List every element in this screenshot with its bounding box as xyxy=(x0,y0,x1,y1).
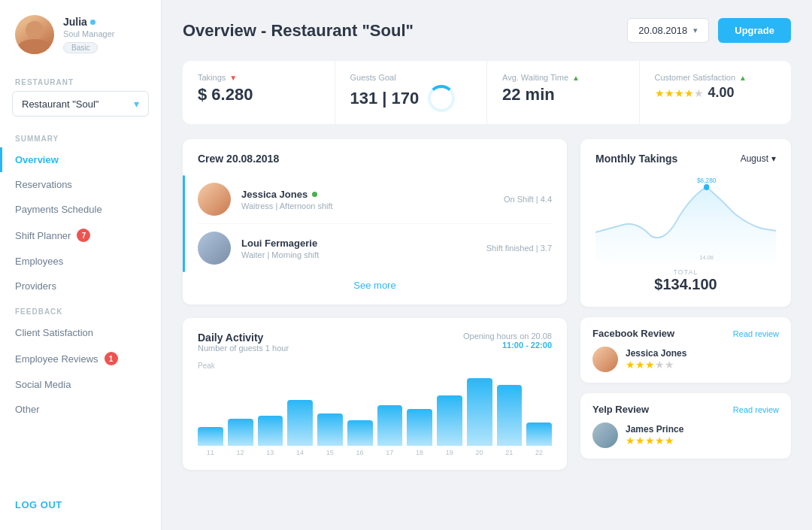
chart-bar-label: 18 xyxy=(416,449,423,456)
guests-progress-circle xyxy=(428,85,455,112)
header-actions: 20.08.2018 ▾ Upgrade xyxy=(627,18,791,43)
chart-bar xyxy=(287,400,313,446)
yelp-review-header: Yelp Review Read review xyxy=(592,404,779,415)
chart-bar-label: 20 xyxy=(476,449,483,456)
nav-label-employee-reviews: Employee Reviews xyxy=(15,353,98,365)
svg-point-0 xyxy=(704,184,709,190)
nav-label-client-satisfaction: Client Satisfaction xyxy=(15,327,93,338)
activity-hours-value: 11:00 - 22:00 xyxy=(463,341,552,350)
satisfaction-trend-icon: ▲ xyxy=(739,74,747,82)
crew-info-jessica: Jessica Jones Waitress | Afternoon shift xyxy=(241,189,493,210)
chart-bar-group: 18 xyxy=(407,409,432,457)
sidebar-item-client-satisfaction[interactable]: Client Satisfaction xyxy=(0,320,161,345)
wait-trend-icon: ▲ xyxy=(572,74,580,82)
left-column: Crew 20.08.2018 Jessica Jones Waitress xyxy=(183,139,567,470)
chart-bar-group: 13 xyxy=(258,416,283,457)
stat-takings: Takings ▼ $ 6.280 xyxy=(183,61,335,124)
sidebar-item-overview[interactable]: Overview xyxy=(0,147,161,172)
nav-label-overview: Overview xyxy=(15,154,59,165)
activity-title: Daily Activity xyxy=(198,332,289,344)
stars-row: ★★★★★ 4.00 xyxy=(655,85,777,101)
monthly-chart: $6,280 14.08 xyxy=(595,172,776,262)
crew-avatar-jessica xyxy=(198,183,231,216)
activity-title-group: Daily Activity Number of guests 1 hour xyxy=(198,332,289,353)
restaurant-selected-label: Restaurant "Soul" xyxy=(22,98,98,110)
chart-bar-label: 13 xyxy=(266,449,274,456)
chart-bar-group: 14 xyxy=(287,400,313,456)
upgrade-button[interactable]: Upgrade xyxy=(718,18,791,43)
chart-bar xyxy=(377,405,403,446)
chart-bar-group: 12 xyxy=(228,419,253,456)
chart-bar-label: 14 xyxy=(296,449,304,456)
profile-role: Soul Manager xyxy=(63,29,115,38)
stars-display: ★★★★★ xyxy=(655,87,704,99)
crew-list: Jessica Jones Waitress | Afternoon shift… xyxy=(198,175,552,272)
summary-section-label: SUMMARY xyxy=(0,126,161,147)
page-title: Overview - Restaurant "Soul" xyxy=(183,21,414,41)
yelp-read-review-button[interactable]: Read review xyxy=(733,405,779,414)
svg-text:$6,280: $6,280 xyxy=(697,177,717,184)
nav-label-reservations: Reservations xyxy=(15,179,72,190)
stat-takings-value: $ 6.280 xyxy=(198,85,320,104)
sidebar-item-payments[interactable]: Payments Schedule xyxy=(0,197,161,222)
monthly-total-label: TOTAL xyxy=(595,268,776,276)
chart-bar xyxy=(407,409,432,447)
daily-activity-card: Daily Activity Number of guests 1 hour O… xyxy=(183,318,567,470)
chart-bar-group: 21 xyxy=(497,385,523,456)
chart-bar xyxy=(526,422,552,447)
crew-card: Crew 20.08.2018 Jessica Jones Waitress xyxy=(183,139,567,304)
chart-bar-group: 17 xyxy=(377,405,403,456)
restaurant-section-label: RESTAURANT xyxy=(0,69,161,91)
facebook-read-review-button[interactable]: Read review xyxy=(733,329,779,338)
stat-guests: Guests Goal 131 | 170 xyxy=(335,61,488,124)
yelp-review-title: Yelp Review xyxy=(592,404,649,415)
facebook-review-header: Facebook Review Read review xyxy=(592,328,779,339)
month-select[interactable]: August ▾ xyxy=(741,153,776,164)
yelp-review-card: Yelp Review Read review James Prince ★★★… xyxy=(580,393,791,459)
crew-member-jessica: Jessica Jones Waitress | Afternoon shift… xyxy=(198,175,552,224)
profile-info: Julia Soul Manager Basic xyxy=(63,16,115,53)
crew-online-jessica xyxy=(312,192,317,197)
crew-member-loui: Loui Fermagerie Waiter | Morning shift S… xyxy=(198,224,552,272)
activity-hours-group: Opening hours on 20.08 11:00 - 22:00 xyxy=(463,332,552,350)
employee-reviews-badge: 1 xyxy=(105,352,118,365)
sidebar-item-providers[interactable]: Providers xyxy=(0,274,161,298)
dropdown-arrow-icon: ▾ xyxy=(134,98,139,110)
content-grid: Crew 20.08.2018 Jessica Jones Waitress xyxy=(183,139,791,470)
chart-bar xyxy=(228,419,253,446)
nav-label-providers: Providers xyxy=(15,280,56,292)
chart-bar-group: 19 xyxy=(437,395,462,457)
chart-bar-label: 16 xyxy=(356,449,364,456)
chart-bar-label: 19 xyxy=(446,449,453,456)
sidebar-item-shift-planner[interactable]: Shift Planner 7 xyxy=(0,222,161,249)
avatar xyxy=(15,15,54,54)
crew-avatar-loui xyxy=(198,232,231,265)
profile-name: Julia xyxy=(63,16,115,28)
monthly-title: Monthly Takings xyxy=(595,153,677,165)
crew-sub-jessica: Waitress | Afternoon shift xyxy=(241,201,493,210)
chart-bar xyxy=(258,416,283,447)
restaurant-select[interactable]: Restaurant "Soul" ▾ xyxy=(12,91,149,117)
chart-bar-group: 16 xyxy=(347,420,373,456)
takings-trend-icon: ▼ xyxy=(229,74,237,82)
see-more-button[interactable]: See more xyxy=(198,272,552,291)
yelp-reviewer-avatar xyxy=(592,422,618,448)
chart-bar xyxy=(467,378,492,446)
main-content: Overview - Restaurant "Soul" 20.08.2018 … xyxy=(162,0,812,530)
daily-chart: Peak 111213141516171819202122 xyxy=(198,359,552,456)
stat-takings-label: Takings ▼ xyxy=(198,73,320,82)
date-picker[interactable]: 20.08.2018 ▾ xyxy=(627,18,709,43)
facebook-reviewer-avatar xyxy=(592,347,618,372)
chart-bar-group: 11 xyxy=(198,427,223,456)
logout-button[interactable]: LOG OUT xyxy=(0,487,161,522)
crew-name-loui: Loui Fermagerie xyxy=(241,238,476,249)
facebook-review-title: Facebook Review xyxy=(592,328,674,339)
sidebar-item-employee-reviews[interactable]: Employee Reviews 1 xyxy=(0,345,161,372)
right-column: Monthly Takings August ▾ xyxy=(580,139,791,470)
yelp-stars: ★★★★★ xyxy=(626,435,683,447)
sidebar-item-other[interactable]: Other xyxy=(0,397,161,422)
sidebar-item-employees[interactable]: Employees xyxy=(0,249,161,274)
sidebar-item-social-media[interactable]: Social Media xyxy=(0,372,161,397)
crew-card-title: Crew 20.08.2018 xyxy=(198,153,552,165)
sidebar-item-reservations[interactable]: Reservations xyxy=(0,172,161,197)
